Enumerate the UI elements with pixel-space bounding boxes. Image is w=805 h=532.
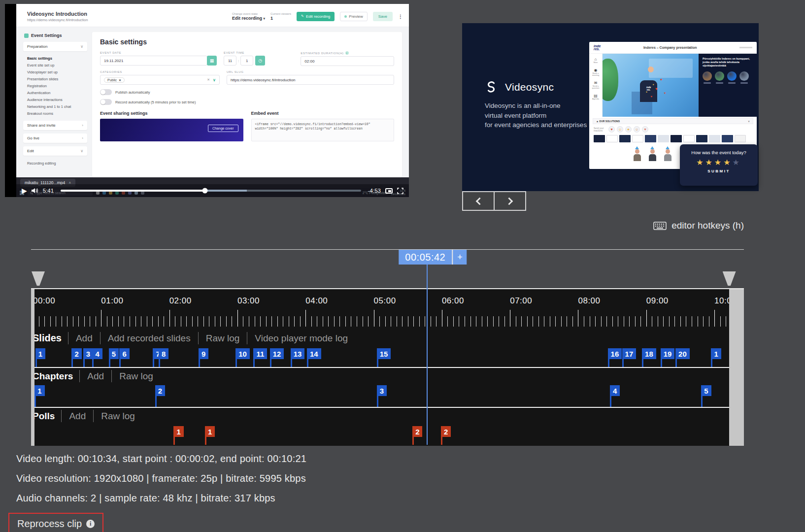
elapsed-time: 5:41 bbox=[43, 188, 54, 194]
video-content[interactable]: Videosync Introduction https://demo.vide… bbox=[16, 4, 409, 177]
track-action[interactable]: Add recorded slides bbox=[100, 332, 198, 344]
volume-icon[interactable] bbox=[32, 188, 38, 194]
timeline-marker[interactable]: 4 bbox=[92, 348, 102, 359]
pip-icon[interactable] bbox=[385, 188, 393, 194]
publish-toggle: Publish automatically bbox=[100, 89, 394, 95]
track-name-polls: Polls bbox=[31, 411, 61, 422]
preview-dot-icon bbox=[344, 15, 347, 18]
timeline-marker[interactable]: 1 bbox=[34, 385, 44, 396]
ruler-tick bbox=[465, 316, 465, 327]
track-action[interactable]: Add bbox=[68, 332, 100, 344]
presentation-menu-item: ◉Book a meeting bbox=[589, 68, 602, 77]
timeline-marker[interactable]: 12 bbox=[270, 348, 284, 359]
timeline-marker[interactable]: 2 bbox=[441, 426, 451, 437]
track-action[interactable]: Raw log bbox=[111, 370, 161, 382]
timeline-marker[interactable]: 17 bbox=[622, 348, 637, 359]
clock-icon: ◷ bbox=[255, 56, 265, 66]
ruler-label: 06:00 bbox=[442, 296, 464, 306]
slide-thumbnail bbox=[619, 135, 631, 142]
reaction-button: ☺ bbox=[617, 126, 623, 133]
playhead-time[interactable]: 00:05:42 bbox=[399, 250, 452, 265]
timeline-marker[interactable]: 5 bbox=[701, 385, 711, 396]
timeline-marker[interactable]: 3 bbox=[377, 385, 387, 396]
ruler-tick bbox=[289, 316, 289, 327]
slide-thumbnail bbox=[658, 135, 669, 142]
timeline-marker[interactable]: 8 bbox=[159, 348, 168, 359]
playhead-time-badge[interactable]: 00:05:42 + bbox=[399, 250, 467, 265]
sidebar-nav-list: Basic settingsEvent site set upVideoplay… bbox=[23, 55, 87, 117]
track-markers-slides: 12345678910111213141516171819201 bbox=[31, 347, 744, 367]
add-marker-button[interactable]: + bbox=[452, 250, 467, 265]
ruler-tick bbox=[720, 316, 721, 327]
next-slide-button[interactable] bbox=[494, 191, 526, 211]
timeline-marker[interactable]: 14 bbox=[307, 348, 321, 359]
ruler-tick bbox=[431, 316, 431, 327]
ruler-tick bbox=[90, 316, 90, 327]
timeline-marker[interactable]: 5 bbox=[109, 348, 119, 359]
track-action[interactable]: Raw log bbox=[198, 332, 247, 344]
progress-handle[interactable] bbox=[202, 188, 207, 194]
ruler-tick bbox=[669, 316, 670, 327]
timeline-marker[interactable]: 1 bbox=[173, 426, 183, 437]
timeline-marker[interactable]: 13 bbox=[291, 348, 305, 359]
previous-slide-button[interactable] bbox=[462, 191, 495, 211]
clip-start-handle[interactable] bbox=[32, 271, 45, 286]
plant-decoration bbox=[603, 59, 618, 101]
timeline-marker[interactable]: 16 bbox=[608, 348, 622, 359]
video-player[interactable]: Videosync Introduction https://demo.vide… bbox=[5, 4, 409, 197]
clip-end-handle[interactable] bbox=[723, 271, 736, 286]
track-action[interactable]: Video player mode log bbox=[247, 332, 355, 344]
ruler-tick bbox=[181, 316, 181, 327]
track-action[interactable]: Add bbox=[61, 410, 93, 422]
sidebar-group: Edit∨ bbox=[23, 146, 87, 156]
category-chip: Public✕ bbox=[104, 77, 125, 83]
slide-thumbnail bbox=[722, 135, 733, 142]
presentation-date-placeholder bbox=[739, 47, 752, 48]
ruler-tick bbox=[130, 316, 130, 327]
slide-thumbnail bbox=[696, 135, 707, 142]
ruler-tick bbox=[595, 316, 596, 327]
ruler-tick bbox=[56, 316, 56, 327]
ruler-tick bbox=[84, 316, 85, 327]
timeline-marker[interactable]: 2 bbox=[155, 385, 165, 396]
playhead-line[interactable] bbox=[427, 265, 428, 445]
ruler-tick bbox=[709, 316, 709, 327]
ruler-tick bbox=[629, 316, 630, 327]
timeline-marker[interactable]: 1 bbox=[711, 348, 721, 359]
ruler-tick bbox=[283, 316, 283, 327]
timeline-marker[interactable]: 2 bbox=[412, 426, 422, 437]
track-action[interactable]: Raw log bbox=[93, 410, 142, 422]
fullscreen-icon[interactable] bbox=[397, 188, 403, 194]
timeline-marker[interactable]: 2 bbox=[71, 348, 81, 359]
ruler-tick bbox=[606, 316, 607, 327]
progress-bar[interactable] bbox=[61, 190, 361, 192]
track-markers-polls: 1122 bbox=[31, 425, 744, 446]
timeline-marker[interactable]: 19 bbox=[661, 348, 675, 359]
ruler-tick bbox=[112, 316, 113, 327]
editor-hotkeys-toggle[interactable]: editor hotkeys (h) bbox=[653, 220, 744, 231]
ruler-tick bbox=[692, 316, 692, 327]
timeline-marker[interactable]: 1 bbox=[35, 348, 45, 359]
timeline-marker[interactable]: 11 bbox=[253, 348, 267, 359]
timeline-marker[interactable]: 9 bbox=[199, 348, 208, 359]
timeline-marker[interactable]: 1 bbox=[205, 426, 215, 437]
play-button[interactable]: ▶ bbox=[22, 187, 27, 194]
ruler-tick bbox=[203, 316, 204, 327]
ruler-tick bbox=[266, 316, 267, 327]
side-slide-text: Pörssiyhtiöille Inderes on kumppani, jon… bbox=[703, 57, 753, 67]
timeline-marker[interactable]: 18 bbox=[642, 348, 656, 359]
track-action[interactable]: Add bbox=[79, 370, 111, 382]
timeline-marker[interactable]: 10 bbox=[235, 348, 250, 359]
presentation-menu-item: ✉Send a question bbox=[589, 81, 602, 90]
timeline-marker[interactable]: 4 bbox=[610, 385, 620, 396]
ruler-tick bbox=[408, 316, 408, 327]
sidebar-group-list: Share and invite›Go live›Edit∨ bbox=[23, 121, 87, 156]
timeline-marker[interactable]: 15 bbox=[377, 348, 391, 359]
ruler-tick bbox=[476, 316, 476, 327]
ruler-ticks-layer[interactable] bbox=[31, 310, 744, 327]
presentation-video: inderes. ♥♥♥♥●● bbox=[603, 54, 699, 117]
timeline-marker[interactable]: 6 bbox=[119, 348, 129, 359]
timeline-marker[interactable]: 3 bbox=[83, 348, 93, 359]
reprocess-clip-button[interactable]: Reprocess clip i bbox=[8, 513, 103, 532]
timeline-marker[interactable]: 20 bbox=[675, 348, 690, 359]
